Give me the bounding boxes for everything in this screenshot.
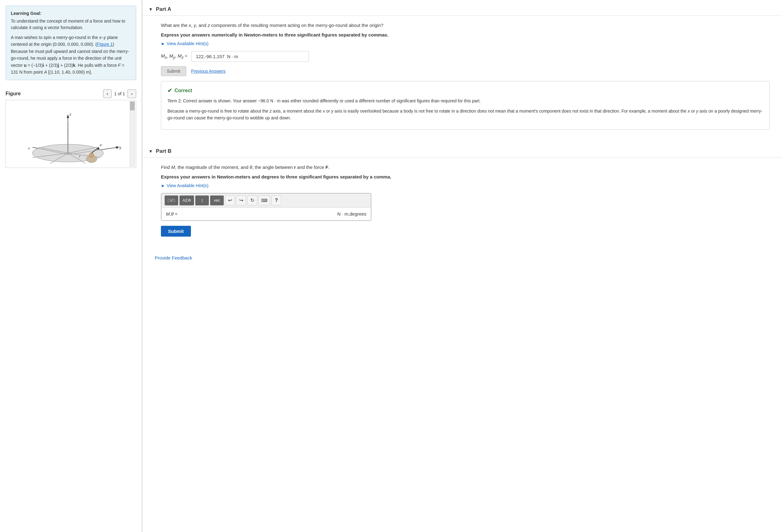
svg-text:x: x bbox=[28, 146, 30, 150]
part-b-express: Express your answers in Newton-meters an… bbox=[161, 174, 770, 179]
svg-marker-3 bbox=[67, 114, 69, 118]
undo-button[interactable]: ↩ bbox=[225, 195, 235, 205]
part-a-chevron[interactable]: ▼ bbox=[148, 7, 153, 12]
hint-arrow-icon-b: ► bbox=[161, 183, 165, 188]
part-a-header: ▼ Part A bbox=[142, 3, 782, 16]
part-b-answer-unit: N · m,degrees bbox=[333, 207, 371, 220]
part-b-answer-input[interactable] bbox=[182, 207, 333, 220]
part-b-body: Find M, the magnitude of the moment, and… bbox=[142, 158, 782, 243]
part-b-submit-row: Submit bbox=[161, 226, 770, 237]
svg-text:F: F bbox=[100, 144, 102, 147]
figure-nav-controls: ‹ 1 of 1 › bbox=[103, 89, 136, 98]
part-b-hint-link[interactable]: ► View Available Hint(s) bbox=[161, 183, 770, 188]
part-b-section: ▼ Part B Find M, the magnitude of the mo… bbox=[142, 145, 782, 243]
feedback-title: Correct bbox=[175, 87, 192, 94]
left-panel: Learning Goal: To understand the concept… bbox=[0, 0, 142, 532]
redo-button[interactable]: ↪ bbox=[236, 195, 246, 205]
part-a-body: What are the x, y, and z components of t… bbox=[142, 16, 782, 136]
learning-goal-box: Learning Goal: To understand the concept… bbox=[6, 6, 136, 80]
keyboard-button[interactable]: ⌨ bbox=[258, 195, 270, 205]
sigma-button[interactable]: AΣΦ bbox=[179, 195, 194, 205]
refresh-button[interactable]: ↻ bbox=[247, 195, 257, 205]
part-b-answer-label: M,θ = bbox=[162, 207, 182, 220]
correct-check-icon: ✔ bbox=[168, 86, 172, 95]
provide-feedback-section: Provide Feedback bbox=[142, 252, 782, 264]
svg-text:y: y bbox=[119, 145, 121, 150]
part-a-section: ▼ Part A What are the x, y, and z compon… bbox=[142, 3, 782, 136]
math-editor-wrapper: □√□ AΣΦ ↕ vec ↩ ↪ ↻ ⌨ ? M,θ = N · m,degr… bbox=[161, 193, 371, 221]
figure-page-indicator: 1 of 1 bbox=[114, 91, 125, 96]
hint-arrow-icon: ► bbox=[161, 41, 165, 46]
part-a-express: Express your answers numerically in Newt… bbox=[161, 32, 770, 37]
learning-goal-title: Learning Goal: bbox=[11, 10, 131, 17]
part-a-feedback-term: Term 2: Correct answer is shown. Your an… bbox=[168, 98, 763, 104]
part-a-feedback-header: ✔ Correct bbox=[168, 86, 763, 95]
part-a-feedback-box: ✔ Correct Term 2: Correct answer is show… bbox=[161, 81, 770, 130]
math-editor-area: M,θ = N · m,degrees bbox=[161, 207, 371, 221]
figure-section: Figure ‹ 1 of 1 › z y bbox=[6, 89, 136, 168]
learning-goal-text1: To understand the concept of moment of a… bbox=[11, 18, 131, 31]
part-b-submit-button[interactable]: Submit bbox=[161, 226, 191, 237]
svg-rect-0 bbox=[130, 102, 135, 166]
part-a-answer-row: Mx, My, Mz = bbox=[161, 51, 770, 62]
sqrt-button[interactable]: □√□ bbox=[165, 195, 178, 205]
vec-button[interactable]: vec bbox=[210, 195, 224, 205]
svg-rect-1 bbox=[130, 102, 135, 110]
part-a-hint-link[interactable]: ► View Available Hint(s) bbox=[161, 41, 770, 46]
part-a-feedback-extra: Because a merry-go-round is free to rota… bbox=[168, 108, 763, 121]
part-a-label: Part A bbox=[156, 6, 171, 12]
figure-header: Figure ‹ 1 of 1 › bbox=[6, 89, 136, 98]
math-toolbar: □√□ AΣΦ ↕ vec ↩ ↪ ↻ ⌨ ? bbox=[161, 193, 371, 207]
provide-feedback-link[interactable]: Provide Feedback bbox=[155, 255, 192, 260]
part-b-label: Part B bbox=[156, 148, 171, 154]
part-a-submit-row: Submit Previous Answers bbox=[161, 66, 770, 76]
part-a-submit-button[interactable]: Submit bbox=[161, 66, 186, 76]
svg-text:z: z bbox=[69, 112, 71, 117]
figure-canvas: z y bbox=[6, 100, 136, 168]
figure-next-button[interactable]: › bbox=[128, 89, 136, 98]
svg-marker-6 bbox=[116, 146, 119, 149]
part-a-prev-answers-link[interactable]: Previous Answers bbox=[191, 69, 225, 74]
part-a-question: What are the x, y, and z components of t… bbox=[161, 22, 770, 29]
part-b-header: ▼ Part B bbox=[142, 145, 782, 158]
right-panel: ▼ Part A What are the x, y, and z compon… bbox=[142, 0, 782, 532]
updown-button[interactable]: ↕ bbox=[195, 195, 209, 205]
figure-link[interactable]: Figure 1 bbox=[97, 42, 113, 47]
svg-point-18 bbox=[89, 153, 94, 157]
part-a-answer-input[interactable] bbox=[191, 51, 309, 62]
part-b-chevron[interactable]: ▼ bbox=[148, 149, 153, 154]
learning-goal-text2: A man wishes to spin a merry-go-round in… bbox=[11, 34, 131, 75]
part-a-answer-label: Mx, My, Mz = bbox=[161, 53, 187, 60]
figure-title: Figure bbox=[6, 91, 21, 97]
part-b-question: Find M, the magnitude of the moment, and… bbox=[161, 164, 770, 171]
help-button[interactable]: ? bbox=[272, 195, 281, 205]
figure-prev-button[interactable]: ‹ bbox=[103, 89, 112, 98]
